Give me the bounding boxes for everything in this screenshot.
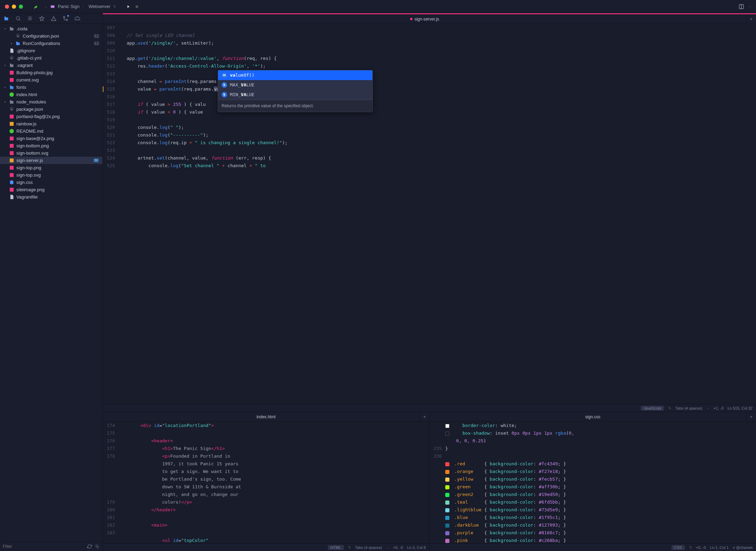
language-selector[interactable]: CSS: [671, 545, 685, 550]
publish-icon[interactable]: [75, 16, 80, 21]
code-editor[interactable]: 5075085095105115125135145155165175185195…: [103, 24, 756, 404]
file-tree-item[interactable]: Vagrantfile: [0, 193, 102, 201]
code-editor[interactable]: 235236 248 border-color: white; box-shad…: [430, 422, 756, 543]
autocomplete-item[interactable]: kMIN_VALUE: [218, 90, 372, 100]
line-gutter: 5075085095105115125135145155165175185195…: [103, 24, 118, 404]
file-icon: [9, 48, 14, 53]
minimize-window[interactable]: [12, 5, 16, 9]
diff-stat: +0, -0: [393, 545, 403, 550]
kind-badge: m: [222, 72, 227, 78]
code-content[interactable]: <div id="locationPortland"> <header> <h1…: [118, 422, 429, 543]
file-tree-item[interactable]: sign-base@2x.png: [0, 135, 102, 142]
editor-tab[interactable]: sign.css: [585, 414, 600, 419]
code-editor[interactable]: 174175176177178 179180181182183 <div id=…: [103, 422, 429, 543]
line-gutter: 235236 248: [430, 422, 445, 543]
line-gutter: 174175176177178 179180181182183: [103, 422, 118, 543]
file-icon: [9, 136, 14, 141]
indent-selector[interactable]: Tabs (4 spaces): [675, 406, 702, 410]
file-name: sign-server.js: [16, 158, 43, 163]
close-window[interactable]: [5, 5, 9, 9]
diff-stat: +0, -0: [696, 545, 706, 550]
file-tree-item[interactable]: .vagrant: [0, 62, 102, 69]
file-tree-item[interactable]: siteimage.png: [0, 186, 102, 193]
file-name: index.html: [16, 92, 37, 97]
symbols-icon[interactable]: [27, 16, 33, 21]
scm-icon[interactable]: [63, 16, 68, 21]
layout-button[interactable]: [739, 4, 744, 9]
maximize-window[interactable]: [19, 5, 23, 9]
snippets-icon[interactable]: [39, 16, 45, 21]
svg-point-16: [9, 92, 14, 97]
filter-input[interactable]: [3, 544, 84, 549]
bottom-split: index.html + 174175176177178 17918018118…: [103, 412, 756, 551]
file-tree-item[interactable]: sign-bottom.png: [0, 142, 102, 149]
cursor-position[interactable]: Ln 515, Col 32: [727, 406, 753, 410]
run-target[interactable]: Webserver: [88, 4, 110, 9]
file-tree-item[interactable]: sign-bottom.svg: [0, 149, 102, 157]
settings-icon[interactable]: [95, 544, 100, 549]
file-tree-item[interactable]: current.svg: [0, 76, 102, 84]
tab-row: sign-server.js +: [103, 14, 756, 24]
new-tab-button[interactable]: +: [746, 14, 756, 24]
file-name: current.svg: [16, 77, 39, 83]
code-content[interactable]: // Set single LED channel app.use('/sing…: [118, 24, 756, 404]
file-tree-item[interactable]: portland-flag@2x.png: [0, 113, 102, 120]
dirty-indicator: [410, 18, 412, 20]
file-icon: [9, 129, 14, 134]
diff-stat: +1, -3: [713, 406, 723, 410]
file-tree-item[interactable]: README.md: [0, 127, 102, 135]
file-tree-item[interactable]: sign-server.jsM: [0, 157, 102, 164]
files-tab-icon[interactable]: [3, 16, 9, 21]
file-tree-item[interactable]: package.json: [0, 106, 102, 113]
language-selector[interactable]: JavaScript: [641, 406, 664, 411]
file-tree-item[interactable]: Configuration.json?: [0, 32, 102, 40]
editor-tab[interactable]: sign-server.js: [415, 17, 439, 22]
bottom-right-pane: sign.css + 235236 248 border-color: whit…: [430, 412, 756, 551]
bottom-left-pane: index.html + 174175176177178 17918018118…: [103, 412, 430, 551]
cursor-position[interactable]: Ln 3, Col 8: [407, 545, 426, 550]
file-tree-item[interactable]: .gitignore: [0, 47, 102, 54]
symbol-indicator[interactable]: ≡ @charset: [733, 545, 753, 550]
svg-rect-24: [10, 158, 14, 162]
editor-tab[interactable]: index.html: [256, 414, 276, 419]
file-tree-item[interactable]: rainbow.js: [0, 120, 102, 127]
file-icon: [9, 180, 14, 185]
search-icon[interactable]: [15, 16, 21, 21]
file-name: Building-photo.jpg: [16, 70, 53, 75]
svg-point-10: [63, 16, 65, 18]
file-tree-item[interactable]: Building-photo.jpg: [0, 69, 102, 76]
chevron-down-icon[interactable]: ⌄: [45, 5, 47, 8]
language-selector[interactable]: HTML: [328, 545, 344, 550]
run-controls: [126, 4, 139, 9]
code-content[interactable]: border-color: white; box-shadow: inset 0…: [445, 422, 756, 543]
play-button[interactable]: [126, 4, 131, 9]
file-tree-item[interactable]: fonts: [0, 84, 102, 91]
autocomplete-item[interactable]: mvalueOf(): [218, 70, 372, 80]
svg-point-11: [66, 19, 68, 21]
chevron-down-icon[interactable]: ⌄: [748, 4, 751, 9]
autocomplete-popup[interactable]: mvalueOf()kMAX_VALUEkMIN_VALUE Returns t…: [218, 70, 373, 112]
autocomplete-item[interactable]: kMAX_VALUE: [218, 80, 372, 90]
indent-selector[interactable]: Tabs (4 spaces): [355, 545, 382, 550]
refresh-icon[interactable]: [87, 544, 92, 549]
chevron-updown-icon[interactable]: ⇅: [113, 5, 116, 8]
file-tree-item[interactable]: sign-top.png: [0, 164, 102, 171]
cursor-position[interactable]: Ln 1, Col 1: [710, 545, 728, 550]
file-icon: [9, 165, 14, 170]
project-name[interactable]: Panic Sign: [58, 4, 79, 9]
file-tree-item[interactable]: index.html: [0, 91, 102, 98]
file-tree-item[interactable]: RunConfigurations?: [0, 40, 102, 47]
issues-icon[interactable]: [51, 16, 56, 21]
file-tree-item[interactable]: sign.css: [0, 179, 102, 186]
svg-rect-25: [10, 166, 14, 170]
file-tree-item[interactable]: .gitlab-ci.yml: [0, 54, 102, 62]
file-tree-item[interactable]: node_modules: [0, 98, 102, 106]
file-tree[interactable]: .codaConfiguration.json?RunConfiguration…: [0, 24, 102, 541]
stop-button[interactable]: [135, 5, 139, 9]
new-tab-button[interactable]: +: [746, 412, 756, 422]
kind-badge: k: [222, 82, 227, 88]
file-tree-item[interactable]: sign-top.svg: [0, 171, 102, 179]
new-tab-button[interactable]: +: [419, 412, 429, 422]
file-tree-item[interactable]: .coda: [0, 25, 102, 32]
file-icon: [9, 99, 14, 104]
